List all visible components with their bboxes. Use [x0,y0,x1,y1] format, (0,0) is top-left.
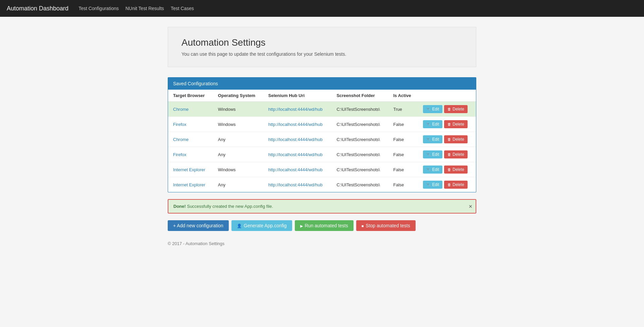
cell-browser: Chrome [168,132,213,147]
col-os: Operating System [213,90,263,102]
page-title: Automation Settings [181,37,463,48]
delete-button[interactable]: Delete [444,135,468,143]
trash-icon [447,152,451,157]
cell-folder: C:\UITestScreenshots\ [331,147,388,162]
cell-active: False [388,177,418,192]
alert-close-button[interactable]: × [469,203,472,209]
cell-hub: http://localhost:4444/wd/hub [263,117,332,132]
cell-actions: Edit Delete [418,102,476,117]
stop-tests-button[interactable]: Stop automated tests [356,220,416,231]
cell-browser: Internet Explorer [168,177,213,192]
edit-label: Edit [432,152,439,157]
alert-strong: Done! [173,204,186,209]
stop-label: Stop automated tests [366,223,410,228]
delete-button[interactable]: Delete [444,181,468,189]
col-folder: Screenshot Folder [331,90,388,102]
row-actions: Edit Delete [423,105,471,113]
delete-label: Delete [452,152,464,157]
cell-os: Any [213,147,263,162]
table-row: ChromeWindowshttp://localhost:4444/wd/hu… [168,102,476,117]
footer-text: © 2017 - Automation Settings [168,241,224,246]
edit-label: Edit [432,182,439,187]
alert-text: Done! Successfully created the new App.c… [173,204,273,209]
cell-actions: Edit Delete [418,147,476,162]
stop-icon [362,223,364,228]
table-header-row: Target Browser Operating System Selenium… [168,90,476,102]
cell-actions: Edit Delete [418,162,476,177]
run-tests-button[interactable]: Run automated tests [295,220,354,231]
navbar-link-test-cases[interactable]: Test Cases [171,6,194,11]
cell-folder: C:\UITestScreenshots\ [331,132,388,147]
table-row: FirefoxWindowshttp://localhost:4444/wd/h… [168,117,476,132]
delete-button[interactable]: Delete [444,166,468,174]
cell-folder: C:\UITestScreenshots\ [331,102,388,117]
edit-button[interactable]: Edit [423,120,443,128]
edit-label: Edit [432,107,439,111]
delete-label: Delete [452,167,464,172]
cell-browser: Firefox [168,147,213,162]
cell-hub: http://localhost:4444/wd/hub [263,162,332,177]
action-buttons: + Add new configuration Generate App.con… [168,220,476,231]
table-body: ChromeWindowshttp://localhost:4444/wd/hu… [168,102,476,192]
cell-actions: Edit Delete [418,132,476,147]
cell-actions: Edit Delete [418,177,476,192]
col-active: Is Active [388,90,418,102]
col-hub: Selenium Hub Uri [263,90,332,102]
delete-button[interactable]: Delete [444,150,468,158]
table-row: Internet ExplorerAnyhttp://localhost:444… [168,177,476,192]
cell-browser: Internet Explorer [168,162,213,177]
cell-actions: Edit Delete [418,117,476,132]
navbar-link-nunit-test-results[interactable]: NUnit Test Results [125,6,164,11]
edit-button[interactable]: Edit [423,181,443,189]
col-browser: Target Browser [168,90,213,102]
user-icon [237,223,242,228]
configurations-panel: Saved Configurations Target Browser Oper… [168,77,476,192]
cell-hub: http://localhost:4444/wd/hub [263,132,332,147]
navbar-link-test-configurations[interactable]: Test Configurations [78,6,119,11]
wrench-icon [426,182,431,187]
alert-banner: Done! Successfully created the new App.c… [168,199,476,214]
edit-button[interactable]: Edit [423,135,443,143]
delete-button[interactable]: Delete [444,120,468,128]
cell-browser: Firefox [168,117,213,132]
play-icon [300,223,303,228]
row-actions: Edit Delete [423,150,471,158]
table-row: FirefoxAnyhttp://localhost:4444/wd/hubC:… [168,147,476,162]
edit-label: Edit [432,122,439,127]
cell-active: False [388,147,418,162]
cell-folder: C:\UITestScreenshots\ [331,177,388,192]
page-wrapper: Automation Settings You can use this pag… [161,17,483,260]
table-row: ChromeAnyhttp://localhost:4444/wd/hubC:\… [168,132,476,147]
delete-button[interactable]: Delete [444,105,468,113]
edit-button[interactable]: Edit [423,166,443,174]
edit-button[interactable]: Edit [423,105,443,113]
cell-folder: C:\UITestScreenshots\ [331,162,388,177]
cell-os: Any [213,132,263,147]
cell-active: False [388,162,418,177]
run-label: Run automated tests [305,223,348,228]
trash-icon [447,167,451,172]
cell-browser: Chrome [168,102,213,117]
edit-button[interactable]: Edit [423,150,443,158]
generate-label: Generate App.config [244,223,287,228]
cell-active: True [388,102,418,117]
wrench-icon [426,122,431,127]
config-table: Target Browser Operating System Selenium… [168,90,476,192]
navbar-brand[interactable]: Automation Dashboard [7,5,68,12]
delete-label: Delete [452,182,464,187]
footer: © 2017 - Automation Settings [168,241,476,246]
trash-icon [447,122,451,127]
delete-label: Delete [452,137,464,142]
cell-folder: C:\UITestScreenshots\ [331,117,388,132]
add-config-button[interactable]: + Add new configuration [168,220,229,231]
page-subtitle: You can use this page to update the test… [181,51,463,57]
col-actions [418,90,476,102]
cell-os: Windows [213,102,263,117]
panel-title: Saved Configurations [168,78,476,90]
cell-active: False [388,132,418,147]
generate-config-button[interactable]: Generate App.config [231,220,292,231]
alert-message: Successfully created the new App.config … [187,204,273,209]
wrench-icon [426,152,431,157]
row-actions: Edit Delete [423,166,471,174]
cell-os: Any [213,177,263,192]
